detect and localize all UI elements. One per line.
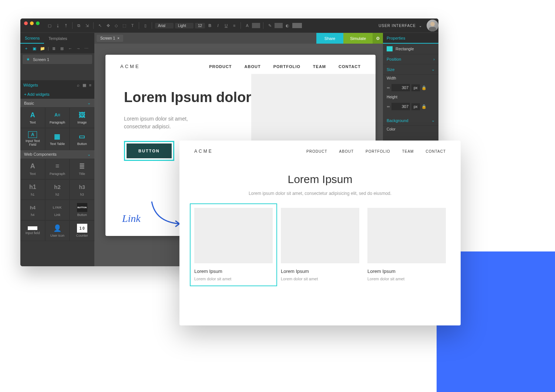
widget-wc-text[interactable]: AText — [20, 159, 45, 179]
font-size-select[interactable]: 12 — [195, 23, 205, 28]
widget-wc-title[interactable]: ≣Title — [70, 159, 94, 179]
search-icon[interactable]: ⌕ — [77, 83, 80, 88]
left-sidebar: + ▣ 📁 | ≣ ⊞ ← → ⋯ ★ Screen 1 Widgets ⌕ ▦… — [20, 44, 94, 266]
canvas-tab-screen1[interactable]: Screen 1 × — [97, 35, 123, 42]
nav-team[interactable]: TEAM — [313, 64, 326, 69]
nav-contact[interactable]: CONTACT — [339, 64, 361, 69]
preview-card[interactable]: Lorem Ipsum Lorem dolor sit amet — [281, 208, 359, 282]
nav-team[interactable]: TEAM — [402, 149, 414, 153]
underline-icon[interactable]: U — [223, 22, 229, 29]
text-color-icon[interactable]: A — [244, 22, 250, 29]
stroke-swatch[interactable] — [275, 23, 283, 28]
hero-button[interactable]: BUTTON — [127, 143, 172, 158]
lock-icon[interactable]: 🔒 — [421, 104, 427, 109]
widget-image[interactable]: 🖼Image — [70, 107, 94, 128]
user-menu[interactable]: USER INTERFACE ⌄ — [379, 24, 422, 28]
secondary-bar: Screens Templates Screen 1 × Share Simul… — [20, 33, 438, 44]
widget-wc-button[interactable]: BUTTONButton — [70, 200, 94, 220]
font-family-select[interactable]: Arial — [155, 23, 174, 28]
widget-input-field[interactable]: Input field — [20, 220, 45, 241]
screen-icon[interactable]: ▣ — [31, 46, 37, 51]
folder-icon[interactable]: 📁 — [40, 46, 46, 51]
tab-properties[interactable]: Properties — [383, 33, 438, 44]
widget-h4[interactable]: h4h4 — [20, 200, 45, 220]
shape-icon[interactable]: ⬚ — [121, 22, 128, 29]
nav-product[interactable]: PRODUCT — [209, 64, 232, 69]
svg-point-0 — [430, 22, 435, 26]
text-icon[interactable]: T — [129, 22, 136, 29]
grid-view-icon[interactable]: ▦ — [83, 83, 86, 88]
simulate-button[interactable]: Simulate — [343, 33, 373, 44]
tab-templates[interactable]: Templates — [44, 33, 71, 44]
arrow-right-icon[interactable]: → — [75, 46, 81, 51]
screen-list-item[interactable]: ★ Screen 1 — [23, 55, 92, 64]
widget-wc-paragraph[interactable]: ≡Paragraph — [45, 159, 70, 179]
bold-icon[interactable]: B — [206, 22, 213, 29]
font-weight-select[interactable]: Light — [175, 23, 194, 28]
italic-icon[interactable]: I — [215, 22, 221, 29]
widget-text[interactable]: AText — [20, 107, 45, 128]
grid-icon[interactable]: ⊞ — [59, 46, 65, 51]
tab-screens[interactable]: Screens — [20, 33, 44, 44]
arrow-left-icon[interactable]: ← — [67, 46, 73, 51]
pen-icon[interactable]: ✎ — [266, 22, 273, 29]
maximize-icon[interactable] — [36, 21, 40, 25]
opacity-icon[interactable]: ◐ — [284, 22, 291, 29]
fill-swatch[interactable] — [292, 23, 302, 28]
widget-h1[interactable]: h1h1 — [20, 179, 45, 200]
align-icon[interactable]: ≡ — [231, 22, 238, 29]
link-icon[interactable]: ⬌ — [387, 104, 390, 109]
nav-product[interactable]: PRODUCT — [306, 149, 327, 153]
add-icon[interactable]: + — [23, 46, 29, 51]
widget-input-text[interactable]: AInput Text Field — [20, 128, 45, 150]
eraser-icon[interactable]: ◇ — [113, 22, 120, 29]
text-color-swatch[interactable] — [252, 23, 260, 28]
preview-card-selected[interactable]: Lorem Ipsum Lorem dolor sit amet — [190, 203, 277, 286]
more-icon[interactable]: ⋯ — [84, 46, 90, 51]
width-unit[interactable]: px — [411, 84, 420, 91]
nav-contact[interactable]: CONTACT — [426, 149, 446, 153]
height-input[interactable] — [391, 103, 410, 110]
category-web-components[interactable]: Web Components ⌄ — [20, 150, 94, 159]
link-icon[interactable]: ⬌ — [387, 85, 390, 90]
category-basic[interactable]: Basic ⌄ — [20, 99, 94, 107]
device-icon[interactable]: ▯ — [142, 22, 149, 29]
widget-table[interactable]: ▦Text Table — [45, 128, 70, 150]
widget-link[interactable]: LINKLink — [45, 200, 70, 220]
list-view-icon[interactable]: ≡ — [89, 83, 91, 88]
widget-counter[interactable]: 1 0Counter — [70, 220, 94, 241]
size-section[interactable]: Size⌄ — [383, 64, 438, 75]
position-section[interactable]: Position› — [383, 54, 438, 64]
paste-icon[interactable]: ⇲ — [84, 22, 90, 29]
list-icon[interactable]: ≣ — [51, 46, 57, 51]
save-icon[interactable]: ⭱ — [63, 22, 69, 29]
share-button[interactable]: Share — [316, 33, 343, 44]
copy-icon[interactable]: ⧉ — [75, 22, 82, 29]
hand-icon[interactable]: ✥ — [105, 22, 111, 29]
minimize-icon[interactable] — [30, 21, 34, 25]
widget-button[interactable]: ▭Button — [70, 128, 94, 150]
widget-h2[interactable]: h2h2 — [45, 179, 70, 200]
nav-about[interactable]: ABOUT — [339, 149, 354, 153]
selected-element[interactable]: BUTTON — [124, 141, 174, 161]
nav-portfolio[interactable]: PORTFOLIO — [273, 64, 300, 69]
close-icon[interactable] — [24, 21, 28, 25]
width-input[interactable] — [391, 84, 410, 91]
new-file-icon[interactable]: ▢ — [46, 22, 53, 29]
lock-icon[interactable]: 🔒 — [421, 85, 427, 90]
nav-portfolio[interactable]: PORTFOLIO — [366, 149, 390, 153]
open-icon[interactable]: ⭳ — [54, 22, 61, 29]
nav-about[interactable]: ABOUT — [245, 64, 261, 69]
pointer-icon[interactable]: ↖ — [97, 22, 103, 29]
preview-card[interactable]: Lorem Ipsum Lorem dolor sit amet — [367, 208, 446, 282]
background-section[interactable]: Background⌄ — [383, 115, 438, 126]
widget-user-icon[interactable]: 👤User icon — [45, 220, 70, 241]
gear-icon[interactable]: ⚙ — [373, 33, 383, 44]
avatar[interactable] — [427, 20, 438, 31]
widget-h3[interactable]: h3h3 — [70, 179, 94, 200]
widget-paragraph[interactable]: A≡Paragraph — [45, 107, 70, 128]
height-unit[interactable]: px — [411, 103, 420, 110]
close-icon[interactable]: × — [117, 36, 120, 40]
element-type: Rectangle — [396, 47, 414, 51]
add-widgets-button[interactable]: + Add widgets — [20, 90, 94, 99]
